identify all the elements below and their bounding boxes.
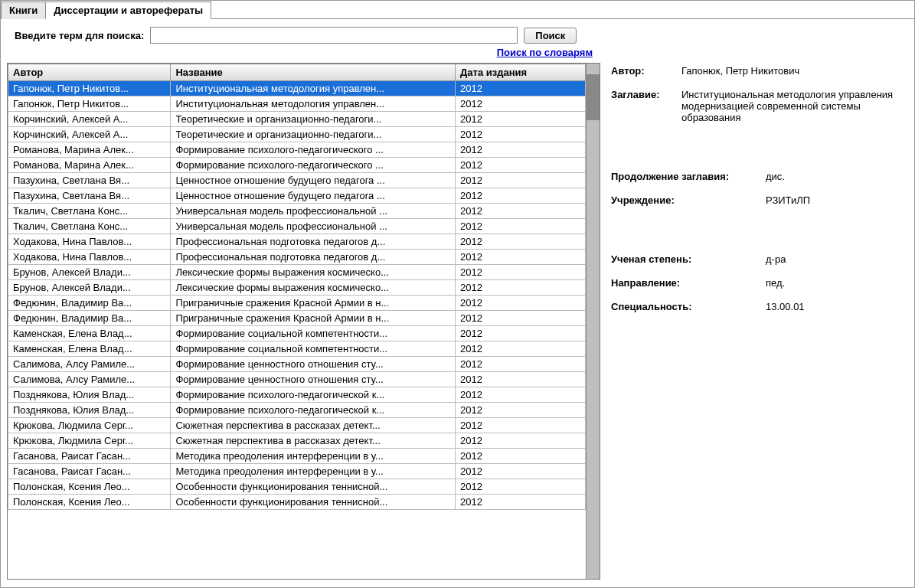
dictionary-search-link[interactable]: Поиск по словарям [497, 47, 593, 58]
table-cell-author: Ткалич, Светлана Конс... [8, 204, 171, 219]
content-area: Введите терм для поиска: Поиск Поиск по … [1, 19, 914, 587]
detail-direction: Направление: пед. [611, 277, 908, 289]
table-cell-title: Ценностное отношение будущего педагога .… [171, 188, 456, 204]
table-row[interactable]: Ткалич, Светлана Конс...Универсальная мо… [8, 204, 586, 219]
table-cell-title: Методика преодоления интерференции в у..… [171, 464, 456, 479]
table-header-row: Автор Название Дата издания [8, 64, 586, 81]
table-cell-title: Универсальная модель профессиональной ..… [171, 204, 456, 219]
table-cell-year: 2012 [456, 188, 586, 204]
table-cell-author: Корчинский, Алексей А... [8, 127, 171, 142]
tab-dissertations[interactable]: Диссертации и авторефераты [45, 2, 211, 19]
table-cell-title: Универсальная модель профессиональной ..… [171, 219, 456, 234]
table-cell-author: Салимова, Алсу Рамиле... [8, 357, 171, 372]
table-cell-author: Полонская, Ксения Лео... [8, 479, 171, 495]
table-row[interactable]: Ткалич, Светлана Конс...Универсальная мо… [8, 219, 586, 234]
table-cell-author: Полонская, Ксения Лео... [8, 495, 171, 510]
table-cell-year: 2012 [456, 234, 586, 250]
table-row[interactable]: Федюнин, Владимир Ва...Приграничные сраж… [8, 311, 586, 326]
table-cell-title: Формирование ценностного отношения сту..… [171, 357, 456, 372]
table-cell-year: 2012 [456, 357, 586, 372]
table-cell-year: 2012 [456, 311, 586, 326]
table-cell-year: 2012 [456, 173, 586, 188]
col-header-author[interactable]: Автор [8, 64, 171, 81]
table-row[interactable]: Полонская, Ксения Лео...Особенности функ… [8, 479, 586, 495]
table-cell-author: Каменская, Елена Влад... [8, 341, 171, 357]
table-row[interactable]: Салимова, Алсу Рамиле...Формирование цен… [8, 372, 586, 387]
table-row[interactable]: Брунов, Алексей Влади...Лексические форм… [8, 265, 586, 280]
col-header-year[interactable]: Дата издания [456, 64, 586, 81]
table-cell-year: 2012 [456, 449, 586, 464]
table-cell-year: 2012 [456, 250, 586, 265]
table-cell-author: Федюнин, Владимир Ва... [8, 296, 171, 311]
detail-institution-label: Учреждение: [611, 194, 757, 206]
table-row[interactable]: Позднякова, Юлия Влад...Формирование пси… [8, 403, 586, 418]
table-cell-title: Формирование психолого-педагогического .… [171, 142, 456, 158]
detail-institution: Учреждение: РЗИТиЛП [611, 194, 908, 206]
search-input[interactable] [150, 27, 518, 44]
table-cell-author: Брунов, Алексей Влади... [8, 265, 171, 280]
table-cell-title: Сюжетная перспектива в рассказах детект.… [171, 433, 456, 449]
table-row[interactable]: Крюкова, Людмила Серг...Сюжетная перспек… [8, 418, 586, 433]
search-button[interactable]: Поиск [524, 28, 577, 44]
table-row[interactable]: Гапонюк, Петр Никитов...Институциональна… [8, 96, 586, 112]
table-cell-title: Профессиональная подготовка педагогов д.… [171, 250, 456, 265]
table-row[interactable]: Гапонюк, Петр Никитов...Институциональна… [8, 81, 586, 96]
table-row[interactable]: Федюнин, Владимир Ва...Приграничные сраж… [8, 296, 586, 311]
table-row[interactable]: Гасанова, Раисат Гасан...Методика преодо… [8, 464, 586, 479]
table-cell-year: 2012 [456, 479, 586, 495]
table-row[interactable]: Пазухина, Светлана Вя...Ценностное отнош… [8, 188, 586, 204]
table-row[interactable]: Каменская, Елена Влад...Формирование соц… [8, 341, 586, 357]
vertical-scrollbar[interactable] [586, 64, 600, 579]
table-row[interactable]: Каменская, Елена Влад...Формирование соц… [8, 326, 586, 341]
dict-link-row: Поиск по словарям [7, 47, 600, 58]
table-row[interactable]: Романова, Марина Алек...Формирование пси… [8, 158, 586, 173]
table-cell-title: Теоретические и организационно-педагоги.… [171, 127, 456, 142]
detail-degree-label: Ученая степень: [611, 253, 757, 265]
table-row[interactable]: Романова, Марина Алек...Формирование пси… [8, 142, 586, 158]
table-cell-author: Пазухина, Светлана Вя... [8, 173, 171, 188]
table-cell-year: 2012 [456, 495, 586, 510]
detail-panel: Автор: Гапонюк, Петр Никитович Заглавие:… [611, 27, 908, 580]
detail-institution-value: РЗИТиЛП [766, 194, 908, 206]
table-row[interactable]: Позднякова, Юлия Влад...Формирование пси… [8, 387, 586, 403]
table-row[interactable]: Пазухина, Светлана Вя...Ценностное отнош… [8, 173, 586, 188]
detail-specialty: Специальность: 13.00.01 [611, 301, 908, 312]
table-cell-author: Ходакова, Нина Павлов... [8, 234, 171, 250]
table-cell-author: Гасанова, Раисат Гасан... [8, 449, 171, 464]
table-cell-year: 2012 [456, 142, 586, 158]
table-row[interactable]: Крюкова, Людмила Серг...Сюжетная перспек… [8, 433, 586, 449]
table-cell-author: Корчинский, Алексей А... [8, 112, 171, 127]
scrollbar-thumb[interactable] [587, 74, 600, 120]
search-row: Введите терм для поиска: Поиск [7, 27, 600, 44]
col-header-title[interactable]: Название [171, 64, 456, 81]
table-row[interactable]: Корчинский, Алексей А...Теоретические и … [8, 127, 586, 142]
table-cell-year: 2012 [456, 372, 586, 387]
spacer [611, 218, 908, 241]
table-row[interactable]: Полонская, Ксения Лео...Особенности функ… [8, 495, 586, 510]
detail-subtitle: Продолжение заглавия: дис. [611, 171, 908, 182]
table-cell-title: Ценностное отношение будущего педагога .… [171, 173, 456, 188]
detail-title-value: Институциональная методология управления… [681, 89, 908, 123]
table-row[interactable]: Корчинский, Алексей А...Теоретические и … [8, 112, 586, 127]
table-cell-title: Профессиональная подготовка педагогов д.… [171, 234, 456, 250]
table-cell-author: Каменская, Елена Влад... [8, 326, 171, 341]
table-row[interactable]: Брунов, Алексей Влади...Лексические форм… [8, 280, 586, 296]
table-cell-year: 2012 [456, 280, 586, 296]
table-cell-author: Позднякова, Юлия Влад... [8, 387, 171, 403]
table-cell-year: 2012 [456, 96, 586, 112]
detail-author-value: Гапонюк, Петр Никитович [681, 65, 908, 77]
table-cell-author: Ходакова, Нина Павлов... [8, 250, 171, 265]
table-row[interactable]: Ходакова, Нина Павлов...Профессиональная… [8, 250, 586, 265]
table-cell-year: 2012 [456, 433, 586, 449]
table-row[interactable]: Гасанова, Раисат Гасан...Методика преодо… [8, 449, 586, 464]
table-row[interactable]: Ходакова, Нина Павлов...Профессиональная… [8, 234, 586, 250]
table-cell-year: 2012 [456, 403, 586, 418]
table-cell-title: Методика преодоления интерференции в у..… [171, 449, 456, 464]
table-cell-title: Формирование социальной компетентности..… [171, 341, 456, 357]
table-cell-title: Приграничные сражения Красной Армии в н.… [171, 311, 456, 326]
table-row[interactable]: Салимова, Алсу Рамиле...Формирование цен… [8, 357, 586, 372]
left-panel: Введите терм для поиска: Поиск Поиск по … [7, 27, 600, 580]
search-label: Введите терм для поиска: [7, 30, 144, 41]
detail-specialty-value: 13.00.01 [766, 301, 908, 312]
tab-books[interactable]: Книги [1, 2, 46, 19]
